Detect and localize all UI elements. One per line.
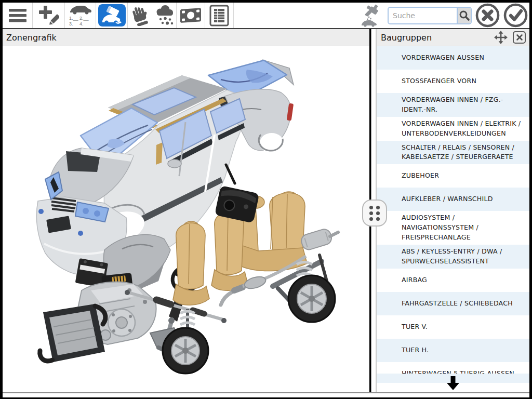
zone-graphic-panel: Zonengrafik (3, 29, 369, 392)
grip-dots-icon (369, 206, 380, 221)
assembly-group-label: VORDERWAGEN AUSSEN (402, 53, 484, 63)
scroll-down-button[interactable] (377, 374, 529, 391)
car-rear-wheel (288, 275, 335, 322)
exploded-car-illustration (3, 46, 369, 392)
assembly-group-row[interactable]: STOSSFAENGER VORN (377, 70, 529, 93)
zone-graphic[interactable] (3, 46, 369, 392)
search-box (388, 7, 472, 24)
zone-graphic-header: Zonengrafik (3, 29, 369, 46)
splitter-grip-handle[interactable] (362, 200, 387, 227)
confirm-circle-icon (503, 3, 528, 28)
add-edit-button[interactable] (33, 3, 65, 28)
assembly-group-label: TUER H. (402, 345, 429, 355)
hand-icon (131, 5, 150, 26)
money-icon (179, 7, 203, 24)
move-icon[interactable] (494, 31, 508, 44)
calculation-table-button[interactable] (205, 3, 234, 28)
assemblies-panel: Baugruppen VORDERWAGEN AUSSENSTOSSFAENGE… (377, 29, 529, 392)
scroll-down-arrow-icon (445, 376, 461, 391)
car-front-wheel (163, 328, 208, 374)
hail-button[interactable] (153, 3, 177, 28)
assembly-group-row[interactable]: ZUBEHOER (377, 164, 529, 188)
assemblies-header: Baugruppen (377, 29, 529, 46)
assembly-group-row[interactable]: VORDERWAGEN AUSSEN (377, 46, 529, 70)
assembly-group-row[interactable]: AUFKLEBER / WARNSCHILD (377, 188, 529, 211)
assembly-group-label: AUDIOSYSTEM / NAVIGATIONSSYSTEM / FREISP… (402, 213, 524, 243)
search-button[interactable] (457, 8, 471, 23)
add-edit-icon (38, 6, 59, 25)
assembly-group-row[interactable]: FAHRGASTZELLE / SCHIEBEDACH (377, 292, 529, 315)
assembly-group-label: AIRBAG (402, 275, 427, 285)
cancel-circle-icon (475, 3, 500, 28)
car-pump-part (108, 309, 135, 336)
active-button-highlight (98, 4, 126, 26)
baugruppen-list: VORDERWAGEN AUSSENSTOSSFAENGER VORNVORDE… (377, 46, 529, 385)
assembly-group-row[interactable]: ABS / KEYLESS-ENTRY / DWA / SPURWECHSELA… (377, 245, 529, 269)
svg-text:3.__ 4.__: 3.__ 4.__ (69, 21, 89, 26)
assembly-group-row[interactable]: VORDERWAGEN INNEN / FZG.-IDENT.-NR. (377, 93, 529, 117)
car-zones-button[interactable]: 1.__ 2.__ 3.__ 4.__ (65, 3, 96, 28)
zone-graphic-title: Zonengrafik (6, 33, 57, 43)
paint-spray-car-icon (360, 4, 384, 28)
assembly-group-label: VORDERWAGEN INNEN / FZG.-IDENT.-NR. (402, 95, 524, 115)
car-eraser-button[interactable] (96, 3, 128, 28)
svg-text:1.__ 2.__: 1.__ 2.__ (69, 16, 89, 21)
assembly-group-label: VORDERWAGEN INNEN / ELEKTRIK / UNTERBODE… (402, 119, 524, 139)
money-button[interactable] (177, 3, 205, 28)
assembly-group-row[interactable]: TUER V. (377, 315, 529, 339)
close-icon (516, 34, 523, 41)
assembly-group-label: FAHRGASTZELLE / SCHIEBEDACH (402, 299, 513, 309)
assembly-group-label: ABS / KEYLESS-ENTRY / DWA / SPURWECHSELA… (402, 247, 524, 267)
bottom-status-strip (3, 392, 529, 397)
cancel-button[interactable] (475, 3, 500, 28)
close-panel-button[interactable] (513, 31, 526, 44)
menu-button[interactable] (3, 3, 33, 28)
toolbar-button-group: 1.__ 2.__ 3.__ 4.__ (3, 3, 234, 28)
assembly-group-row[interactable]: AIRBAG (377, 269, 529, 292)
assembly-group-row[interactable]: AUDIOSYSTEM / NAVIGATIONSSYSTEM / FREISP… (377, 211, 529, 245)
assembly-group-row[interactable]: VORDERWAGEN INNEN / ELEKTRIK / UNTERBODE… (377, 117, 529, 141)
confirm-button[interactable] (503, 3, 528, 28)
assembly-group-label: TUER V. (402, 322, 428, 332)
assembly-group-row[interactable]: SCHALTER / RELAIS / SENSOREN / KABELSAET… (377, 141, 529, 165)
assembly-group-row[interactable]: TUER H. (377, 339, 529, 362)
assemblies-title: Baugruppen (381, 33, 432, 43)
car-radiator-part (40, 304, 105, 362)
main-toolbar: 1.__ 2.__ 3.__ 4.__ (3, 3, 529, 29)
assembly-group-label: AUFKLEBER / WARNSCHILD (402, 194, 493, 204)
toolbar-right-group (360, 3, 529, 28)
car-eraser-icon (101, 6, 122, 25)
search-input[interactable] (389, 8, 457, 23)
search-icon (459, 10, 470, 21)
calculation-table-icon (209, 5, 229, 26)
assembly-group-label: ZUBEHOER (402, 171, 439, 181)
assembly-group-label: STOSSFAENGER VORN (402, 76, 476, 86)
hail-cloud-icon (154, 5, 175, 26)
assembly-group-label: SCHALTER / RELAIS / SENSOREN / KABELSAET… (402, 143, 524, 163)
hand-button[interactable] (128, 3, 153, 28)
car-zones-icon: 1.__ 2.__ 3.__ 4.__ (69, 5, 92, 26)
menu-icon (8, 8, 27, 23)
